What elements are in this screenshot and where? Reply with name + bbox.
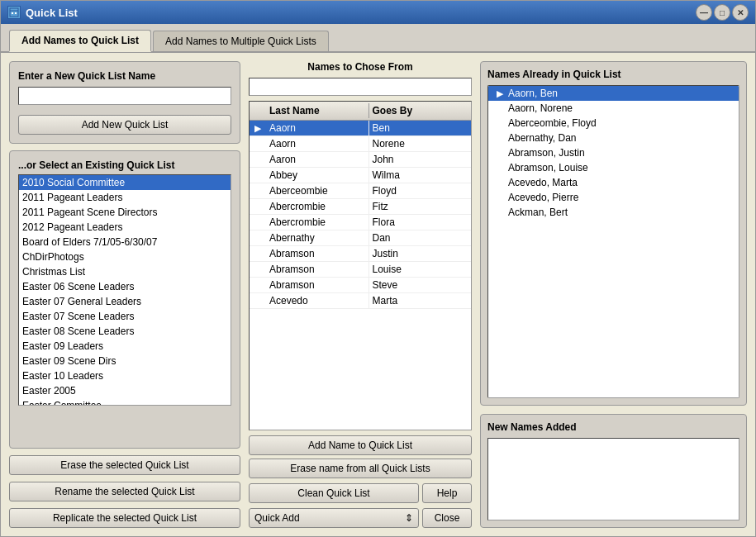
dropdown-arrows-icon: ⇕ bbox=[405, 512, 413, 524]
select-existing-label: ...or Select an Existing Quick List bbox=[18, 159, 231, 171]
window-title: Quick List bbox=[26, 7, 78, 19]
table-row[interactable]: Aaron John bbox=[250, 152, 471, 168]
existing-list-item[interactable]: 2010 Social Committee bbox=[19, 175, 231, 190]
maximize-button[interactable]: □ bbox=[714, 4, 730, 21]
existing-list-item[interactable]: Easter 07 General Leaders bbox=[19, 294, 231, 309]
ql-name: Abramson, Louise bbox=[508, 162, 588, 173]
quick-add-label: Quick Add bbox=[254, 512, 300, 524]
col-lastname-header: Last Name bbox=[266, 103, 369, 118]
new-quick-list-input[interactable] bbox=[18, 87, 231, 105]
rename-quick-list-button[interactable]: Rename the selected Quick List bbox=[9, 482, 240, 501]
quick-list-item[interactable]: Acevedo, Pierre bbox=[488, 190, 739, 205]
tab-bar: Add Names to Quick List Add Names to Mul… bbox=[1, 24, 755, 53]
quick-list-names-label: Names Already in Quick List bbox=[487, 69, 739, 80]
left-panel: Enter a New Quick List Name Add New Quic… bbox=[9, 61, 240, 528]
svg-rect-2 bbox=[12, 12, 13, 14]
add-name-to-quick-list-button[interactable]: Add Name to Quick List bbox=[249, 435, 472, 455]
table-row[interactable]: Abbey Wilma bbox=[250, 168, 471, 183]
quick-list-names-box[interactable]: ▶ Aaorn, Ben Aaorn, Norene Aberceombie, … bbox=[487, 85, 739, 398]
table-row[interactable]: Abramson Louise bbox=[250, 262, 471, 278]
existing-list-item[interactable]: 2012 Pageant Leaders bbox=[19, 220, 231, 235]
svg-rect-3 bbox=[15, 12, 17, 14]
existing-list-item[interactable]: Easter 10 Leaders bbox=[19, 368, 231, 383]
tab-add-names[interactable]: Add Names to Quick List bbox=[9, 30, 151, 52]
add-new-quick-list-button[interactable]: Add New Quick List bbox=[18, 115, 231, 135]
replicate-quick-list-button[interactable]: Replicate the selected Quick List bbox=[9, 508, 240, 528]
row-lastname: Abercrombie bbox=[266, 199, 369, 214]
middle-buttons: Add Name to Quick List Erase name from a… bbox=[249, 435, 472, 478]
quick-list-item[interactable]: ▶ Aaorn, Ben bbox=[488, 86, 739, 101]
ql-name: Acevedo, Marta bbox=[508, 177, 578, 188]
names-search-input[interactable] bbox=[249, 78, 472, 96]
help-button[interactable]: Help bbox=[422, 483, 472, 503]
row-goesby: Dan bbox=[369, 230, 472, 245]
ql-indicator: ▶ bbox=[492, 88, 508, 99]
row-lastname: Abbey bbox=[266, 168, 369, 183]
middle-bottom-buttons: Clean Quick List Help bbox=[249, 483, 472, 503]
quick-list-item[interactable]: Acevedo, Marta bbox=[488, 175, 739, 190]
close-button[interactable]: ✕ bbox=[732, 4, 749, 21]
table-row[interactable]: Abernathy Dan bbox=[250, 230, 471, 246]
ql-name: Ackman, Bert bbox=[508, 207, 568, 218]
existing-list-item[interactable]: Easter 07 Scene Leaders bbox=[19, 309, 231, 324]
row-lastname: Abramson bbox=[266, 278, 369, 292]
table-row[interactable]: Abercrombie Flora bbox=[250, 215, 471, 230]
middle-panel: Names to Chose From Last Name Goes By ▶ … bbox=[249, 61, 472, 528]
quick-add-dropdown[interactable]: Quick Add ⇕ bbox=[249, 508, 419, 528]
names-table-body[interactable]: ▶ Aaorn Ben Aaorn Norene Aaron John Abbe… bbox=[250, 121, 471, 430]
existing-list-item[interactable]: 2011 Pageant Leaders bbox=[19, 190, 231, 205]
quick-list-item[interactable]: Ackman, Bert bbox=[488, 205, 739, 220]
close-button-main[interactable]: Close bbox=[422, 508, 472, 528]
existing-list-item[interactable]: Easter 2005 bbox=[19, 383, 231, 398]
existing-list-item[interactable]: Easter 08 Scene Leaders bbox=[19, 324, 231, 339]
existing-list-item[interactable]: Easter 06 Scene Leaders bbox=[19, 279, 231, 294]
svg-rect-0 bbox=[10, 8, 18, 17]
new-names-box bbox=[487, 438, 739, 520]
right-panel: Names Already in Quick List ▶ Aaorn, Ben… bbox=[480, 61, 747, 528]
quick-list-item[interactable]: Abernathy, Dan bbox=[488, 131, 739, 145]
quick-list-item[interactable]: Aberceombie, Floyd bbox=[488, 116, 739, 131]
clean-quick-list-button[interactable]: Clean Quick List bbox=[249, 483, 419, 503]
erase-quick-list-button[interactable]: Erase the selected Quick List bbox=[9, 455, 240, 475]
title-bar: Quick List — □ ✕ bbox=[1, 1, 755, 24]
new-quick-list-section: Enter a New Quick List Name Add New Quic… bbox=[9, 61, 240, 144]
table-row[interactable]: Abramson Justin bbox=[250, 246, 471, 262]
row-goesby: John bbox=[369, 152, 472, 167]
quick-list-item[interactable]: Aaorn, Norene bbox=[488, 101, 739, 116]
erase-name-button[interactable]: Erase name from all Quick Lists bbox=[249, 459, 472, 478]
quick-list-item[interactable]: Abramson, Justin bbox=[488, 145, 739, 160]
quick-list-item[interactable]: Abramson, Louise bbox=[488, 160, 739, 175]
table-row[interactable]: ▶ Aaorn Ben bbox=[250, 121, 471, 136]
new-quick-list-label: Enter a New Quick List Name bbox=[18, 70, 231, 82]
row-lastname: Abramson bbox=[266, 246, 369, 261]
table-row[interactable]: Aberceombie Floyd bbox=[250, 183, 471, 199]
table-row[interactable]: Aaorn Norene bbox=[250, 136, 471, 152]
table-row[interactable]: Abramson Steve bbox=[250, 278, 471, 293]
ql-name: Aberceombie, Floyd bbox=[508, 117, 597, 129]
existing-list-item[interactable]: Christmas List bbox=[19, 264, 231, 279]
minimize-button[interactable]: — bbox=[696, 4, 712, 21]
existing-list-item[interactable]: Board of Elders 7/1/05-6/30/07 bbox=[19, 235, 231, 249]
window-controls: — □ ✕ bbox=[696, 4, 749, 21]
existing-list-item[interactable]: ChDirPhotogs bbox=[19, 249, 231, 264]
row-goesby: Flora bbox=[369, 215, 472, 230]
row-goesby: Louise bbox=[369, 262, 472, 277]
existing-list-item[interactable]: Easter Committee bbox=[19, 398, 231, 406]
row-indicator: ▶ bbox=[250, 123, 266, 134]
existing-list-item[interactable]: Easter 09 Leaders bbox=[19, 339, 231, 354]
table-row[interactable]: Acevedo Marta bbox=[250, 293, 471, 309]
row-lastname: Aaorn bbox=[266, 136, 369, 151]
row-goesby: Justin bbox=[369, 246, 472, 261]
table-row[interactable]: Abercrombie Fitz bbox=[250, 199, 471, 215]
tab-add-multiple[interactable]: Add Names to Multiple Quick Lists bbox=[153, 31, 329, 51]
existing-list-item[interactable]: 2011 Pageant Scene Directors bbox=[19, 205, 231, 220]
row-lastname: Abercrombie bbox=[266, 215, 369, 230]
ql-name: Abramson, Justin bbox=[508, 147, 585, 159]
row-goesby: Wilma bbox=[369, 168, 472, 183]
ql-name: Abernathy, Dan bbox=[508, 132, 577, 144]
row-goesby: Norene bbox=[369, 136, 472, 151]
ql-name: Aaorn, Ben bbox=[508, 88, 558, 99]
row-goesby: Marta bbox=[369, 293, 472, 308]
existing-list-item[interactable]: Easter 09 Scene Dirs bbox=[19, 354, 231, 368]
existing-quick-list-box[interactable]: 2010 Social Committee2011 Pageant Leader… bbox=[18, 174, 231, 406]
